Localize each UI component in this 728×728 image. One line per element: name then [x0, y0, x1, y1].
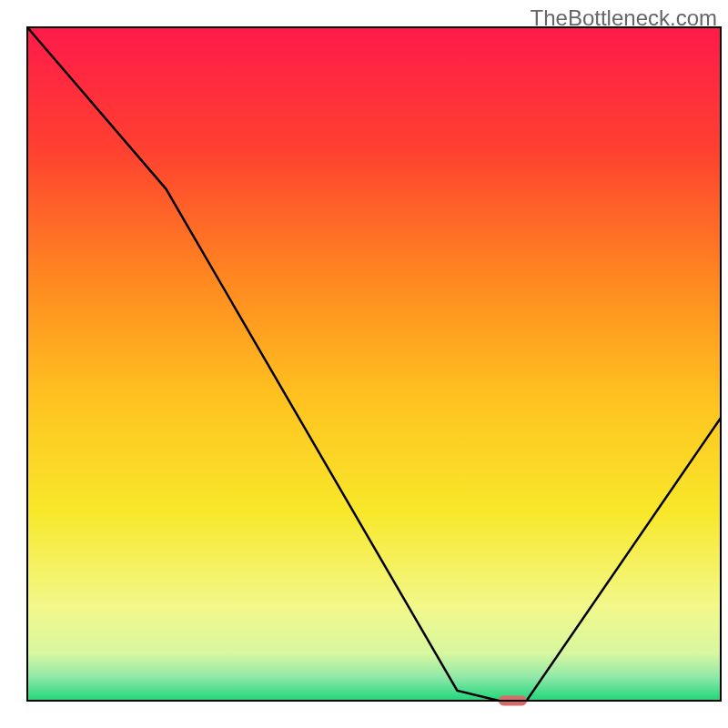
chart-svg [0, 0, 728, 728]
watermark-text: TheBottleneck.com [531, 5, 717, 31]
plot-background [27, 27, 721, 701]
chart-container: TheBottleneck.com [0, 0, 728, 728]
